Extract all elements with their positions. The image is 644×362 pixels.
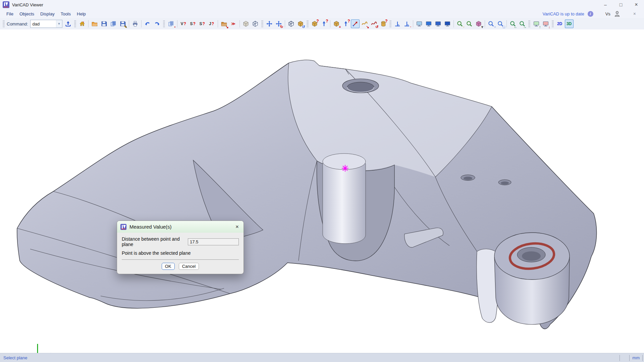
distance-value-input[interactable]	[188, 238, 239, 245]
dialog-title: Measured Value(s)	[129, 224, 172, 230]
surface-query-icon[interactable]: S?	[189, 19, 197, 28]
solid-info-icon[interactable]: S?	[198, 19, 207, 28]
title-bar: VariCAD Viewer – □ ×	[0, 0, 644, 9]
close-button[interactable]: ×	[629, 0, 644, 9]
ok-button[interactable]: OK	[162, 263, 175, 270]
status-message: Select plane	[0, 355, 28, 360]
display-wire-icon[interactable]	[415, 19, 424, 28]
save-as-icon[interactable]: ✎	[118, 19, 127, 28]
run-command-icon[interactable]	[64, 19, 72, 28]
dialog-title-bar[interactable]: Measured Value(s) ×	[117, 221, 244, 233]
move-rotate-icon[interactable]: ↻	[274, 19, 283, 28]
print-icon[interactable]	[131, 19, 140, 28]
dialog-note: Point is above the selected plane	[122, 250, 239, 256]
minimize-button[interactable]: –	[598, 0, 613, 9]
menu-bar: FileObjectsDisplayToolsHelp VariCAD is u…	[0, 9, 644, 18]
view-up-icon[interactable]: ↑	[532, 19, 541, 28]
display-shaded-icon[interactable]	[424, 19, 433, 28]
unit-indicator: mm	[630, 355, 642, 360]
point-query-icon[interactable]: ?	[341, 19, 350, 28]
redo-icon[interactable]	[153, 19, 161, 28]
solid-rotate-icon[interactable]: ↺	[296, 19, 305, 28]
measured-values-dialog: Measured Value(s) × Distance between poi…	[117, 221, 244, 274]
toolbar-grip[interactable]	[3, 20, 5, 27]
toolbar-sep	[485, 20, 485, 27]
menu-item-objects[interactable]: Objects	[16, 10, 37, 17]
insert-block-icon[interactable]: ▪	[167, 19, 175, 28]
main-toolbar: Command: dad ▼ ✎▪V?S?S?J?↘≫↻↺??+?↘↺?·◦▾▫…	[0, 18, 644, 30]
toolbar-sep	[330, 20, 330, 27]
zoom-fit-icon[interactable]: ▫	[487, 19, 495, 28]
perp-point-icon[interactable]	[393, 19, 402, 28]
dialog-close-icon[interactable]: ×	[234, 224, 240, 230]
status-separator	[642, 355, 643, 361]
dialog-logo-icon	[120, 224, 126, 230]
command-input[interactable]: dad ▼	[30, 20, 62, 28]
toolbar-sep	[141, 20, 142, 27]
status-separator	[620, 355, 620, 361]
toolbar-sep	[88, 20, 89, 27]
status-bar: Select plane mm	[0, 353, 644, 362]
toolbar-grip[interactable]	[74, 20, 76, 27]
mode-2d-icon[interactable]: 2D	[555, 19, 564, 28]
home-icon[interactable]	[78, 19, 87, 28]
notification-close-icon[interactable]: ×	[633, 11, 636, 16]
undo-icon[interactable]	[143, 19, 152, 28]
display-hidden-icon[interactable]	[443, 19, 452, 28]
solid-ghost-icon[interactable]	[241, 19, 250, 28]
toolbar-grip[interactable]	[261, 20, 263, 27]
zoom-next-icon[interactable]: →	[518, 19, 527, 28]
menu-item-display[interactable]: Display	[37, 10, 58, 17]
box-edit-icon[interactable]	[287, 19, 296, 28]
user-account-icon[interactable]	[614, 10, 621, 17]
distance-field-label: Distance between point and plane	[122, 236, 184, 247]
save-icon[interactable]	[100, 19, 108, 28]
mode-3d-icon[interactable]: 3D	[565, 19, 574, 28]
curve-measure-icon[interactable]: ↘	[360, 19, 369, 28]
toolbar-sep	[285, 20, 285, 27]
axis-query-icon[interactable]: ?	[320, 19, 328, 28]
zoom-solid-icon[interactable]: ◦	[455, 19, 464, 28]
measure-point-plane-icon[interactable]	[351, 19, 360, 28]
toolbar-grip[interactable]	[389, 20, 391, 27]
toolbar-grip[interactable]	[552, 20, 554, 27]
toolbar-sep	[506, 20, 507, 27]
update-status: VariCAD is up to date	[543, 11, 584, 16]
cancel-button[interactable]: Cancel	[179, 263, 199, 270]
toolbar-sep	[177, 20, 177, 27]
toolbar-sep	[453, 20, 454, 27]
cad-model	[0, 29, 644, 353]
viewport-canvas[interactable]: X Y Z	[0, 29, 644, 353]
select-solid-icon[interactable]: +	[332, 19, 341, 28]
import-solid-icon[interactable]: ↘	[220, 19, 228, 28]
open-file-icon[interactable]	[90, 19, 99, 28]
toolbar-grip[interactable]	[163, 20, 165, 27]
info-icon[interactable]: i	[588, 11, 593, 17]
toolbar-grip[interactable]	[528, 20, 530, 27]
toolbar-grip[interactable]	[307, 20, 309, 27]
view-down-icon[interactable]: ↓	[541, 19, 550, 28]
chevron-down-icon[interactable]: ▼	[56, 20, 62, 27]
toolbar-sep	[129, 20, 129, 27]
menu-item-help[interactable]: Help	[74, 10, 89, 17]
compare-solids-icon[interactable]: ≫	[229, 19, 238, 28]
cylinder-query-icon[interactable]: ?	[379, 19, 388, 28]
edge-measure-icon[interactable]: ↺	[370, 19, 378, 28]
copy-objects-icon[interactable]	[109, 19, 118, 28]
display-edges-icon[interactable]	[434, 19, 442, 28]
move-icon[interactable]	[265, 19, 274, 28]
solid-query2-icon[interactable]: ?	[310, 19, 319, 28]
maximize-button[interactable]: □	[613, 0, 629, 9]
zoom-window-icon[interactable]: □	[496, 19, 505, 28]
zoom-object-icon[interactable]	[465, 19, 474, 28]
menu-item-file[interactable]: File	[3, 10, 16, 17]
layers-icon[interactable]: ▾	[474, 19, 483, 28]
zoom-previous-icon[interactable]: ←	[508, 19, 517, 28]
joint-query-icon[interactable]: J?	[207, 19, 216, 28]
solid-wire-icon[interactable]	[251, 19, 260, 28]
point-marker	[342, 165, 348, 172]
menu-item-tools[interactable]: Tools	[58, 10, 74, 17]
toolbar-sep	[239, 20, 240, 27]
vertex-query-icon[interactable]: V?	[179, 19, 188, 28]
perp-plane-icon[interactable]: ·	[402, 19, 411, 28]
